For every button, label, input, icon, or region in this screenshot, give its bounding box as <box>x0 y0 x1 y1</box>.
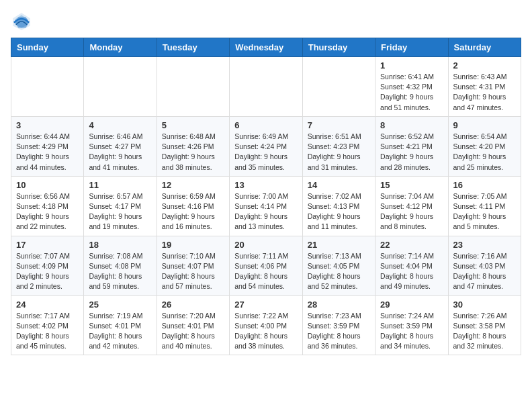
day-header-wednesday: Wednesday <box>230 38 302 57</box>
day-number: 14 <box>308 180 370 190</box>
day-header-friday: Friday <box>375 38 448 57</box>
day-number: 18 <box>89 240 151 250</box>
day-info: Sunrise: 7:20 AM Sunset: 4:01 PM Dayligh… <box>162 311 224 352</box>
calendar-cell: 25Sunrise: 7:19 AM Sunset: 4:01 PM Dayli… <box>84 295 157 355</box>
calendar-cell: 6Sunrise: 6:49 AM Sunset: 4:24 PM Daylig… <box>230 116 302 176</box>
calendar-cell: 20Sunrise: 7:11 AM Sunset: 4:06 PM Dayli… <box>230 236 302 295</box>
day-info: Sunrise: 6:57 AM Sunset: 4:17 PM Dayligh… <box>89 191 151 232</box>
day-info: Sunrise: 7:24 AM Sunset: 3:59 PM Dayligh… <box>380 311 443 352</box>
day-info: Sunrise: 7:23 AM Sunset: 3:59 PM Dayligh… <box>308 311 370 352</box>
day-number: 25 <box>89 300 151 310</box>
day-info: Sunrise: 6:46 AM Sunset: 4:27 PM Dayligh… <box>89 132 151 173</box>
calendar-cell: 28Sunrise: 7:23 AM Sunset: 3:59 PM Dayli… <box>302 295 375 355</box>
logo-icon <box>11 11 32 32</box>
logo <box>11 11 35 32</box>
day-header-tuesday: Tuesday <box>157 38 229 57</box>
day-info: Sunrise: 7:19 AM Sunset: 4:01 PM Dayligh… <box>89 311 151 352</box>
calendar-cell <box>11 57 84 117</box>
day-number: 20 <box>234 240 297 250</box>
day-header-thursday: Thursday <box>302 38 375 57</box>
day-number: 12 <box>162 180 224 190</box>
header <box>11 11 521 32</box>
day-number: 9 <box>453 120 516 130</box>
day-number: 2 <box>453 60 516 71</box>
day-number: 6 <box>234 120 297 130</box>
calendar-cell: 3Sunrise: 6:44 AM Sunset: 4:29 PM Daylig… <box>11 116 84 176</box>
calendar-cell: 1Sunrise: 6:41 AM Sunset: 4:32 PM Daylig… <box>375 57 448 117</box>
day-number: 11 <box>89 180 151 190</box>
calendar-cell: 5Sunrise: 6:48 AM Sunset: 4:26 PM Daylig… <box>157 116 229 176</box>
calendar-cell <box>302 57 375 117</box>
day-info: Sunrise: 6:52 AM Sunset: 4:21 PM Dayligh… <box>380 132 443 173</box>
calendar-cell: 8Sunrise: 6:52 AM Sunset: 4:21 PM Daylig… <box>375 116 448 176</box>
week-row-2: 3Sunrise: 6:44 AM Sunset: 4:29 PM Daylig… <box>11 116 521 176</box>
calendar-cell: 30Sunrise: 7:26 AM Sunset: 3:58 PM Dayli… <box>448 295 521 355</box>
day-number: 3 <box>16 120 79 130</box>
calendar-cell: 17Sunrise: 7:07 AM Sunset: 4:09 PM Dayli… <box>11 236 84 295</box>
day-info: Sunrise: 6:48 AM Sunset: 4:26 PM Dayligh… <box>162 132 224 173</box>
calendar-cell: 26Sunrise: 7:20 AM Sunset: 4:01 PM Dayli… <box>157 295 229 355</box>
day-number: 5 <box>162 120 224 130</box>
day-number: 21 <box>308 240 370 250</box>
day-info: Sunrise: 6:43 AM Sunset: 4:31 PM Dayligh… <box>453 72 516 113</box>
calendar-cell: 27Sunrise: 7:22 AM Sunset: 4:00 PM Dayli… <box>230 295 302 355</box>
day-info: Sunrise: 6:44 AM Sunset: 4:29 PM Dayligh… <box>16 132 79 173</box>
week-row-1: 1Sunrise: 6:41 AM Sunset: 4:32 PM Daylig… <box>11 57 521 117</box>
day-number: 27 <box>234 300 297 310</box>
calendar-table: SundayMondayTuesdayWednesdayThursdayFrid… <box>11 38 521 355</box>
day-info: Sunrise: 6:54 AM Sunset: 4:20 PM Dayligh… <box>453 132 516 173</box>
calendar-cell: 11Sunrise: 6:57 AM Sunset: 4:17 PM Dayli… <box>84 176 157 236</box>
day-number: 26 <box>162 300 224 310</box>
day-header-monday: Monday <box>84 38 157 57</box>
week-row-4: 17Sunrise: 7:07 AM Sunset: 4:09 PM Dayli… <box>11 236 521 295</box>
day-info: Sunrise: 7:26 AM Sunset: 3:58 PM Dayligh… <box>453 311 516 352</box>
calendar-cell: 9Sunrise: 6:54 AM Sunset: 4:20 PM Daylig… <box>448 116 521 176</box>
day-number: 10 <box>16 180 79 190</box>
calendar-cell: 10Sunrise: 6:56 AM Sunset: 4:18 PM Dayli… <box>11 176 84 236</box>
day-number: 19 <box>162 240 224 250</box>
week-row-3: 10Sunrise: 6:56 AM Sunset: 4:18 PM Dayli… <box>11 176 521 236</box>
calendar-cell: 4Sunrise: 6:46 AM Sunset: 4:27 PM Daylig… <box>84 116 157 176</box>
calendar-cell: 16Sunrise: 7:05 AM Sunset: 4:11 PM Dayli… <box>448 176 521 236</box>
day-info: Sunrise: 6:56 AM Sunset: 4:18 PM Dayligh… <box>16 191 79 232</box>
day-info: Sunrise: 7:05 AM Sunset: 4:11 PM Dayligh… <box>453 191 516 232</box>
day-info: Sunrise: 6:51 AM Sunset: 4:23 PM Dayligh… <box>308 132 370 173</box>
calendar-cell: 14Sunrise: 7:02 AM Sunset: 4:13 PM Dayli… <box>302 176 375 236</box>
day-info: Sunrise: 7:07 AM Sunset: 4:09 PM Dayligh… <box>16 251 79 292</box>
day-number: 4 <box>89 120 151 130</box>
calendar-cell <box>157 57 229 117</box>
day-header-saturday: Saturday <box>448 38 521 57</box>
calendar-cell: 12Sunrise: 6:59 AM Sunset: 4:16 PM Dayli… <box>157 176 229 236</box>
calendar-cell <box>84 57 157 117</box>
day-number: 22 <box>380 240 443 250</box>
day-info: Sunrise: 7:08 AM Sunset: 4:08 PM Dayligh… <box>89 251 151 292</box>
day-number: 1 <box>380 60 443 71</box>
calendar-cell: 21Sunrise: 7:13 AM Sunset: 4:05 PM Dayli… <box>302 236 375 295</box>
day-number: 7 <box>308 120 370 130</box>
calendar-cell: 23Sunrise: 7:16 AM Sunset: 4:03 PM Dayli… <box>448 236 521 295</box>
day-number: 17 <box>16 240 79 250</box>
calendar-cell: 29Sunrise: 7:24 AM Sunset: 3:59 PM Dayli… <box>375 295 448 355</box>
calendar-cell: 22Sunrise: 7:14 AM Sunset: 4:04 PM Dayli… <box>375 236 448 295</box>
day-number: 23 <box>453 240 516 250</box>
day-header-sunday: Sunday <box>11 38 84 57</box>
day-number: 24 <box>16 300 79 310</box>
calendar-cell: 24Sunrise: 7:17 AM Sunset: 4:02 PM Dayli… <box>11 295 84 355</box>
calendar-cell: 15Sunrise: 7:04 AM Sunset: 4:12 PM Dayli… <box>375 176 448 236</box>
calendar-cell <box>230 57 302 117</box>
day-number: 28 <box>308 300 370 310</box>
day-number: 15 <box>380 180 443 190</box>
day-number: 8 <box>380 120 443 130</box>
day-info: Sunrise: 7:16 AM Sunset: 4:03 PM Dayligh… <box>453 251 516 292</box>
day-info: Sunrise: 7:04 AM Sunset: 4:12 PM Dayligh… <box>380 191 443 232</box>
day-number: 30 <box>453 300 516 310</box>
day-info: Sunrise: 7:22 AM Sunset: 4:00 PM Dayligh… <box>234 311 297 352</box>
calendar-cell: 18Sunrise: 7:08 AM Sunset: 4:08 PM Dayli… <box>84 236 157 295</box>
header-row: SundayMondayTuesdayWednesdayThursdayFrid… <box>11 38 521 57</box>
day-number: 16 <box>453 180 516 190</box>
day-info: Sunrise: 7:00 AM Sunset: 4:14 PM Dayligh… <box>234 191 297 232</box>
week-row-5: 24Sunrise: 7:17 AM Sunset: 4:02 PM Dayli… <box>11 295 521 355</box>
calendar-cell: 2Sunrise: 6:43 AM Sunset: 4:31 PM Daylig… <box>448 57 521 117</box>
day-info: Sunrise: 6:59 AM Sunset: 4:16 PM Dayligh… <box>162 191 224 232</box>
day-info: Sunrise: 7:14 AM Sunset: 4:04 PM Dayligh… <box>380 251 443 292</box>
